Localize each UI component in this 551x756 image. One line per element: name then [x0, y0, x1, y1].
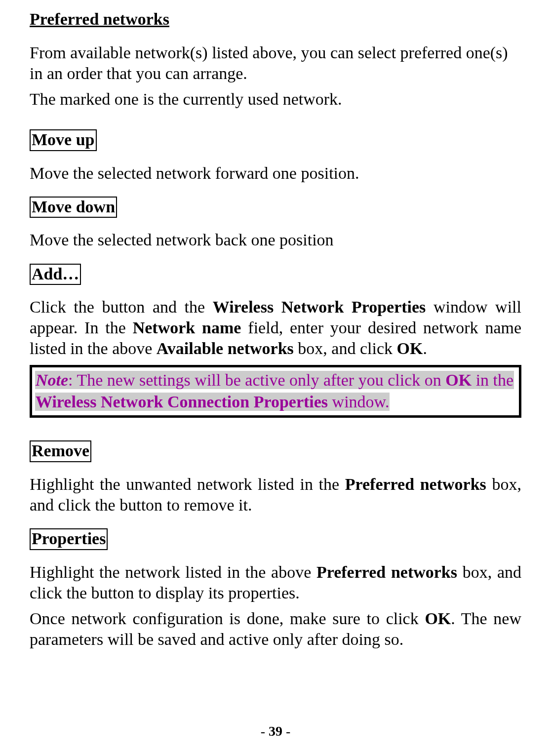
- label-properties: Properties: [30, 528, 108, 550]
- paragraph-properties: Highlight the network listed in the abov…: [30, 562, 521, 603]
- text: Highlight the unwanted network listed in…: [30, 475, 345, 493]
- bold-preferred-networks-2: Preferred networks: [316, 563, 457, 581]
- bold-available-networks: Available networks: [157, 339, 294, 358]
- label-remove: Remove: [30, 440, 91, 462]
- footer-dash-2: -: [282, 723, 290, 739]
- document-page: Preferred networks From available networ…: [0, 0, 551, 756]
- bold-network-name: Network name: [133, 318, 241, 337]
- text: Click the button and the: [30, 298, 213, 316]
- bold-ok: OK: [396, 339, 423, 358]
- note-bold-ok: OK: [445, 371, 472, 389]
- heading-preferred-networks: Preferred networks: [30, 10, 521, 29]
- text: box, and click: [294, 339, 397, 358]
- paragraph-closing: Once network configuration is done, make…: [30, 608, 521, 650]
- paragraph-intro-2: The marked one is the currently used net…: [30, 89, 521, 110]
- label-add: Add…: [30, 264, 81, 285]
- bold-preferred-networks-1: Preferred networks: [345, 475, 486, 493]
- note-label: Note: [36, 371, 68, 389]
- label-move-down: Move down: [30, 197, 117, 218]
- bold-wireless-network-properties: Wireless Network Properties: [213, 298, 426, 316]
- paragraph-move-up: Move the selected network forward one po…: [30, 163, 521, 184]
- note-text-2: in the: [472, 371, 513, 389]
- page-number: 39: [269, 723, 282, 739]
- text: Highlight the network listed in the abov…: [30, 563, 316, 581]
- footer-dash-1: -: [261, 723, 269, 739]
- label-move-up: Move up: [30, 129, 97, 151]
- text: .: [423, 339, 427, 358]
- paragraph-intro-1: From available network(s) listed above, …: [30, 42, 521, 84]
- page-footer: - 39 -: [0, 723, 551, 739]
- bold-ok-closing: OK: [425, 609, 451, 628]
- paragraph-add: Click the button and the Wireless Networ…: [30, 297, 521, 359]
- paragraph-move-down: Move the selected network back one posit…: [30, 230, 521, 250]
- note-bold-wncp: Wireless Network Connection Properties: [36, 393, 328, 411]
- text: Once network configuration is done, make…: [30, 609, 425, 628]
- note-box: Note: The new settings will be active on…: [30, 365, 521, 418]
- note-text-1: : The new settings will be active only a…: [68, 371, 445, 389]
- note-text-3: window.: [328, 393, 389, 411]
- paragraph-remove: Highlight the unwanted network listed in…: [30, 474, 521, 516]
